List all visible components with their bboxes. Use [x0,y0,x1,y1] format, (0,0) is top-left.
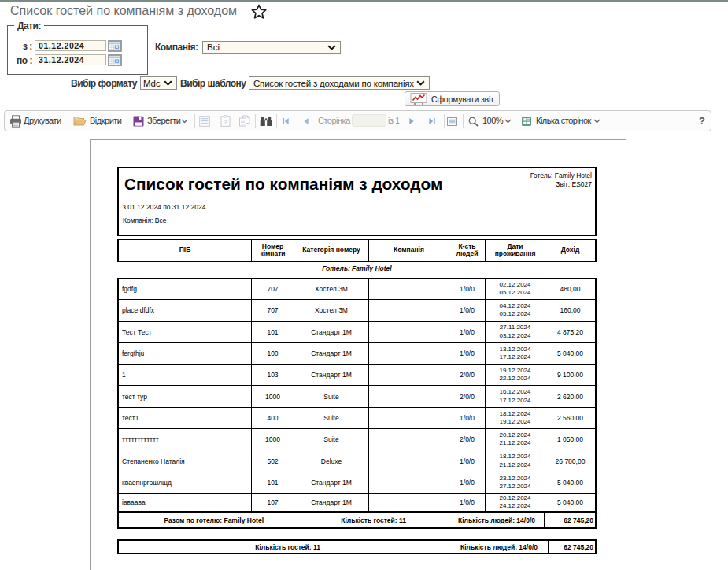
svg-text:?: ? [224,118,228,126]
